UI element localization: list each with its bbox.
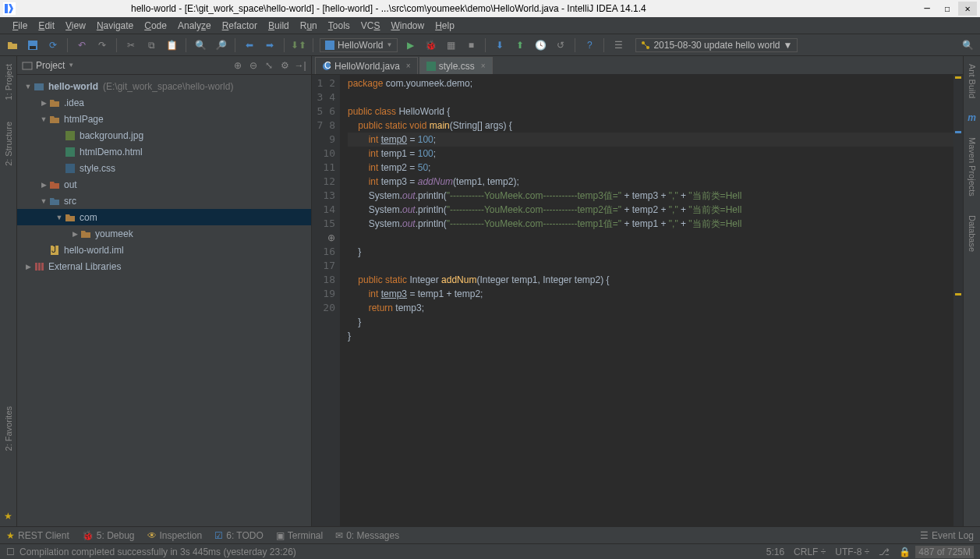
tree-youmeek[interactable]: ▶ youmeek bbox=[17, 225, 311, 242]
toolwindow-maven[interactable]: Maven Projects bbox=[966, 133, 978, 201]
project-header-icon bbox=[22, 60, 33, 71]
package-icon bbox=[80, 228, 92, 240]
help-icon[interactable]: ? bbox=[582, 37, 597, 53]
vcs-revert-icon[interactable]: ↺ bbox=[553, 37, 568, 53]
menu-build[interactable]: Build bbox=[264, 19, 294, 33]
statusbar-toggle-icon[interactable]: ☐ bbox=[6, 547, 15, 557]
scroll-to-icon[interactable]: ⊕ bbox=[232, 60, 244, 71]
toolwindow-database[interactable]: Database bbox=[966, 211, 978, 257]
tree-file-bg[interactable]: background.jpg bbox=[17, 127, 311, 143]
minimize-button[interactable]: ─ bbox=[918, 2, 936, 16]
code-area[interactable]: package com.youmeek.demo; public class H… bbox=[340, 75, 953, 526]
menu-navigate[interactable]: Navigate bbox=[92, 19, 138, 33]
stop-icon[interactable]: ■ bbox=[463, 37, 479, 53]
toolwindow-favorites[interactable]: 2: Favorites bbox=[2, 402, 15, 455]
coverage-icon[interactable]: ▦ bbox=[443, 37, 458, 53]
project-tree[interactable]: ▼ hello-world (E:\git_work_space\hello-w… bbox=[17, 75, 311, 526]
menu-tools[interactable]: Tools bbox=[324, 19, 355, 33]
sync-icon[interactable]: ⟳ bbox=[45, 37, 61, 53]
tree-src[interactable]: ▼ src bbox=[17, 193, 311, 209]
toolwindow-ant[interactable]: Ant Build bbox=[966, 59, 978, 103]
maximize-button[interactable]: ☐ bbox=[938, 2, 957, 16]
toolwindow-structure[interactable]: 2: Structure bbox=[2, 117, 15, 171]
hide-icon[interactable]: →| bbox=[294, 60, 306, 71]
toolwindow-project[interactable]: 1: Project bbox=[2, 59, 15, 104]
tree-file-css[interactable]: style.css bbox=[17, 160, 311, 176]
toolwindow-messages[interactable]: ✉0: Messages bbox=[335, 530, 399, 541]
toolwindow-debug[interactable]: 🐞5: Debug bbox=[82, 530, 135, 541]
project-view-combo[interactable]: ▼ bbox=[68, 62, 74, 69]
debug-icon[interactable]: 🐞 bbox=[423, 37, 438, 53]
tree-idea[interactable]: ▶ .idea bbox=[17, 94, 311, 111]
menu-help[interactable]: Help bbox=[430, 19, 459, 33]
scroll-from-icon[interactable]: ⊖ bbox=[247, 60, 260, 71]
java-class-icon: C bbox=[322, 62, 331, 71]
paste-icon[interactable]: 📋 bbox=[164, 37, 179, 53]
tab-close-icon[interactable]: × bbox=[481, 62, 486, 70]
run-config-combo[interactable]: HelloWorld ▼ bbox=[320, 38, 398, 52]
svg-rect-18 bbox=[426, 62, 436, 71]
tab-helloworld[interactable]: C HelloWorld.java × bbox=[315, 57, 418, 74]
tree-external[interactable]: ▶ External Libraries bbox=[17, 258, 311, 274]
git-indicator-icon[interactable]: ⎇ bbox=[874, 547, 894, 557]
memory-indicator[interactable]: 487 of 725M bbox=[915, 546, 974, 558]
tree-file-demo[interactable]: htmlDemo.html bbox=[17, 143, 311, 160]
structure-icon[interactable]: ☰ bbox=[610, 37, 626, 53]
open-icon[interactable] bbox=[5, 37, 20, 53]
menu-view[interactable]: View bbox=[61, 19, 90, 33]
vcs-history-icon[interactable]: 🕓 bbox=[532, 37, 548, 53]
toolwindow-inspection[interactable]: 👁Inspection bbox=[147, 530, 203, 541]
vcs-commit-icon[interactable]: ⬆ bbox=[512, 37, 528, 53]
run-icon[interactable]: ▶ bbox=[402, 37, 418, 53]
favorites-star-icon[interactable]: ★ bbox=[4, 511, 12, 522]
lock-icon[interactable]: 🔒 bbox=[894, 547, 915, 557]
folder-icon bbox=[48, 179, 61, 191]
tab-stylecss[interactable]: style.css × bbox=[419, 57, 493, 74]
vcs-branch-combo[interactable]: 2015-08-30 update hello world ▼ bbox=[635, 38, 798, 52]
find-icon[interactable]: 🔍 bbox=[193, 37, 208, 53]
module-icon bbox=[33, 80, 45, 93]
copy-icon[interactable]: ⧉ bbox=[143, 37, 159, 53]
search-everywhere-icon[interactable]: 🔍 bbox=[960, 37, 975, 53]
tab-close-icon[interactable]: × bbox=[406, 62, 411, 70]
line-gutter[interactable]: 1 2 3 4 5 6 7 8 9 10 11 12 13 14 15 ⊕ 16… bbox=[312, 75, 340, 526]
menu-edit[interactable]: Edit bbox=[34, 19, 59, 33]
menu-analyze[interactable]: Analyze bbox=[173, 19, 216, 33]
menu-refactor[interactable]: Refactor bbox=[218, 19, 262, 33]
svg-rect-13 bbox=[35, 263, 37, 271]
toolwindow-eventlog[interactable]: ☰Event Log bbox=[920, 530, 974, 541]
make-icon[interactable]: ⬇⬆ bbox=[291, 37, 306, 53]
tab-label: HelloWorld.java bbox=[334, 61, 400, 72]
toolwindow-todo[interactable]: ☑6: TODO bbox=[214, 530, 264, 541]
settings-icon[interactable]: ⚙ bbox=[278, 60, 291, 71]
tree-iml[interactable]: J hello-world.iml bbox=[17, 242, 311, 258]
toolwindow-rest[interactable]: ★REST Client bbox=[6, 530, 69, 541]
maven-m-icon: m bbox=[968, 112, 976, 123]
tree-com[interactable]: ▼ com bbox=[17, 209, 311, 225]
undo-icon[interactable]: ↶ bbox=[74, 37, 90, 53]
save-icon[interactable] bbox=[25, 37, 41, 53]
vcs-update-icon[interactable]: ⬇ bbox=[492, 37, 508, 53]
line-separator[interactable]: CRLF ÷ bbox=[789, 547, 830, 557]
redo-icon[interactable]: ↷ bbox=[94, 37, 110, 53]
forward-icon[interactable]: ➡ bbox=[262, 37, 278, 53]
error-stripe[interactable] bbox=[953, 75, 963, 526]
menu-file[interactable]: File bbox=[8, 19, 32, 33]
tree-out[interactable]: ▶ out bbox=[17, 176, 311, 193]
caret-position[interactable]: 5:16 bbox=[762, 547, 789, 557]
file-encoding[interactable]: UTF-8 ÷ bbox=[830, 547, 874, 557]
vcs-branch-label: 2015-08-30 update hello world bbox=[653, 40, 780, 51]
back-icon[interactable]: ⬅ bbox=[242, 37, 257, 53]
tree-htmlpage[interactable]: ▼ htmlPage bbox=[17, 111, 311, 127]
cut-icon[interactable]: ✂ bbox=[123, 37, 139, 53]
collapse-icon[interactable]: ⤡ bbox=[263, 60, 275, 71]
tree-root[interactable]: ▼ hello-world (E:\git_work_space\hello-w… bbox=[17, 78, 311, 94]
iml-icon: J bbox=[48, 244, 61, 257]
menu-vcs[interactable]: VCS bbox=[356, 19, 385, 33]
toolwindow-terminal[interactable]: ▣Terminal bbox=[276, 530, 323, 541]
menu-code[interactable]: Code bbox=[140, 19, 172, 33]
menu-window[interactable]: Window bbox=[386, 19, 429, 33]
close-button[interactable]: ✕ bbox=[958, 2, 977, 16]
replace-icon[interactable]: 🔎 bbox=[213, 37, 228, 53]
menu-run[interactable]: Run bbox=[295, 19, 322, 33]
